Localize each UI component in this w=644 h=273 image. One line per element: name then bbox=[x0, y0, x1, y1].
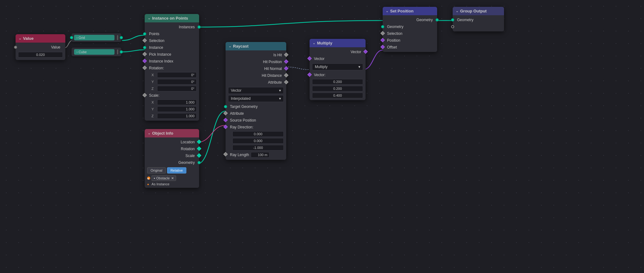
instance-index-label: Instance Index bbox=[149, 59, 173, 63]
instance-on-points-header[interactable]: ⌄ Instance on Points bbox=[145, 14, 199, 22]
object-info-body: Location Rotation Scale Geometry Origina… bbox=[145, 137, 199, 188]
obstacle-tag[interactable]: ▪ Obstacle ✕ bbox=[152, 175, 176, 181]
vector-dropdown[interactable]: Vector ▾ bbox=[228, 87, 284, 94]
value-output-socket bbox=[14, 46, 17, 49]
scale-z-input[interactable]: 1.000 bbox=[157, 113, 197, 119]
multiply-node: ⌄ Multiply Vector Vector Multiply ▾ Vect… bbox=[310, 39, 366, 100]
cube-separator bbox=[117, 49, 118, 54]
multiply-val3[interactable]: 0.400 bbox=[312, 93, 363, 98]
geometry-output-socket bbox=[198, 161, 201, 164]
grid-separator bbox=[117, 35, 118, 40]
grid-node: › Grid bbox=[72, 33, 121, 42]
setpos-geometry-input-row: Geometry bbox=[383, 23, 437, 30]
multiply-dropdown[interactable]: Multiply ▾ bbox=[312, 63, 363, 70]
cube-output-socket bbox=[120, 50, 123, 53]
multiply-dropdown-arrow: ▾ bbox=[358, 65, 360, 69]
ray-length-label: Ray Length bbox=[230, 153, 249, 157]
ray-direction-label: Ray Direction: bbox=[230, 125, 253, 129]
group-output-title: Group Output bbox=[460, 9, 487, 13]
scale-y-input[interactable]: 1.000 bbox=[157, 106, 197, 112]
instance-on-points-body: Instances Points Selection Instance Pick… bbox=[145, 22, 199, 121]
multiply-val2[interactable]: 0.200 bbox=[312, 86, 363, 91]
location-row: Location bbox=[145, 139, 199, 146]
group-output-empty-socket bbox=[451, 25, 454, 28]
object-info-buttons: Original Relative bbox=[145, 166, 199, 175]
scale-z-label: Z bbox=[152, 114, 156, 118]
ray-length-row: Ray Length 100 m bbox=[226, 151, 286, 159]
cube-node: › Cube bbox=[72, 48, 121, 56]
hit-distance-row: Hit Distance bbox=[226, 72, 286, 79]
instances-label: Instances bbox=[179, 25, 195, 29]
value-node-header[interactable]: ⌄ Value bbox=[16, 34, 65, 43]
vector-dropdown-label: Vector bbox=[231, 88, 241, 93]
scale-output-label: Scale bbox=[185, 154, 195, 158]
grid-node-header[interactable]: › Grid bbox=[74, 35, 114, 40]
set-position-header[interactable]: ⌄ Set Position bbox=[383, 7, 437, 15]
set-position-body: Geometry Geometry Selection Position Off… bbox=[383, 15, 437, 52]
relative-button[interactable]: Relative bbox=[167, 167, 186, 174]
cube-title: Cube bbox=[78, 50, 86, 54]
raycast-header[interactable]: ⌄ Raycast bbox=[226, 42, 286, 50]
original-button[interactable]: Original bbox=[147, 167, 166, 174]
object-info-title: Object Info bbox=[152, 131, 173, 136]
selection-label: Selection bbox=[149, 39, 164, 43]
instance-row: Instance bbox=[145, 44, 199, 51]
tag-icon: ▪ bbox=[154, 176, 155, 180]
obstacle-close[interactable]: ✕ bbox=[171, 176, 174, 180]
group-output-header[interactable]: ⌄ Group Output bbox=[453, 7, 504, 15]
rotation-z-row: Z 0° bbox=[145, 85, 199, 92]
rotation-x-input[interactable]: 0° bbox=[157, 72, 197, 78]
cube-node-header[interactable]: › Cube bbox=[74, 49, 114, 55]
ray-dir-y-row: 0.000 bbox=[226, 137, 286, 144]
is-hit-label: Is Hit bbox=[273, 53, 282, 57]
multiply-vector-out-label: Vector bbox=[351, 50, 361, 54]
value-chevron: ⌄ bbox=[19, 37, 21, 40]
rotation-label-row: Rotation: bbox=[145, 65, 199, 72]
rotation-y-input[interactable]: 0° bbox=[157, 79, 197, 85]
points-row: Points bbox=[145, 30, 199, 37]
raycast-title: Raycast bbox=[233, 44, 249, 49]
ray-dir-z-input[interactable]: -1.000 bbox=[232, 145, 284, 150]
pick-instance-row: Pick Instance bbox=[145, 51, 199, 58]
scale-label-row: Scale: bbox=[145, 92, 199, 99]
multiply-val3-row: 0.400 bbox=[310, 92, 366, 99]
object-info-header[interactable]: ⌄ Object Info bbox=[145, 129, 199, 137]
multiply-vector-in-label: Vector bbox=[314, 57, 324, 61]
setpos-geometry-out-label: Geometry bbox=[416, 18, 433, 22]
pick-instance-label: Pick Instance bbox=[149, 52, 171, 57]
setpos-geometry-output-row: Geometry bbox=[383, 16, 437, 23]
attribute-input-label: Attribute bbox=[230, 111, 244, 116]
value-input[interactable]: 0.020 bbox=[18, 52, 63, 58]
set-position-node: ⌄ Set Position Geometry Geometry Selecti… bbox=[383, 7, 437, 52]
rotation-y-row: Y 0° bbox=[145, 78, 199, 85]
instance-on-points-title: Instance on Points bbox=[152, 16, 188, 21]
rotation-z-input[interactable]: 0° bbox=[157, 86, 197, 91]
vector-dropdown-arrow: ▾ bbox=[279, 88, 281, 93]
selection-row: Selection bbox=[145, 37, 199, 44]
source-position-row: Source Position bbox=[226, 117, 286, 124]
ray-dir-x-input[interactable]: 0.000 bbox=[232, 131, 284, 137]
setpos-geometry-in-label: Geometry bbox=[387, 25, 404, 29]
scale-output-row: Scale bbox=[145, 152, 199, 159]
instances-output-socket bbox=[198, 25, 201, 29]
multiply-header[interactable]: ⌄ Multiply bbox=[310, 39, 366, 47]
setpos-selection-label: Selection bbox=[387, 31, 402, 36]
attribute-output-label: Attribute bbox=[268, 80, 282, 85]
interpolated-dropdown[interactable]: Interpolated ▾ bbox=[228, 95, 284, 102]
as-instance-socket: ● bbox=[147, 183, 149, 186]
interpolated-dropdown-row: Interpolated ▾ bbox=[228, 95, 284, 102]
instance-chevron: ⌄ bbox=[148, 16, 150, 20]
multiply-dropdown-row: Multiply ▾ bbox=[312, 63, 363, 70]
attribute-input-row: Attribute bbox=[226, 110, 286, 117]
scale-z-row: Z 1.000 bbox=[145, 113, 199, 119]
rotation-output-label: Rotation bbox=[181, 147, 195, 151]
scale-x-input[interactable]: 1.000 bbox=[157, 99, 197, 105]
ray-length-input[interactable]: 100 m bbox=[251, 152, 269, 158]
ray-dir-z-row: -1.000 bbox=[226, 144, 286, 151]
target-geometry-label: Target Geometry bbox=[230, 104, 258, 109]
ray-dir-y-input[interactable]: 0.000 bbox=[232, 138, 284, 144]
multiply-val1[interactable]: 0.200 bbox=[312, 79, 363, 85]
as-instance-row: ● As Instance bbox=[145, 182, 199, 187]
scale-x-label: X bbox=[152, 100, 156, 104]
rotation-output-row: Rotation bbox=[145, 146, 199, 152]
